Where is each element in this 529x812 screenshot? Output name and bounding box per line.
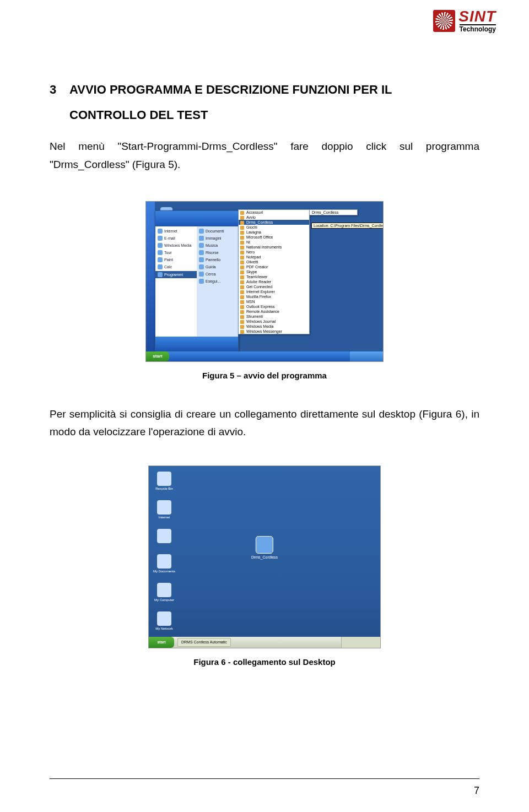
- submenu-item[interactable]: National Instruments: [239, 245, 309, 250]
- start-menu-item[interactable]: Pannello: [199, 256, 236, 263]
- drms-shortcut-icon: [256, 536, 273, 554]
- start-menu-item[interactable]: Calc: [158, 263, 195, 270]
- drms-desktop-shortcut[interactable]: Drms_Cordless: [251, 536, 278, 559]
- system-tray[interactable]: [341, 637, 380, 648]
- footer-rule: [50, 778, 479, 779]
- folder-icon: [199, 250, 204, 255]
- app-icon: [158, 229, 163, 234]
- gear-icon: [199, 257, 204, 262]
- submenu-item[interactable]: Microsoft Office: [239, 235, 309, 240]
- submenu-item[interactable]: NI: [239, 240, 309, 245]
- help-icon: [199, 264, 204, 269]
- figure-6-caption: Figura 6 - collegamento sul Desktop: [193, 657, 336, 667]
- app-icon: [158, 243, 163, 248]
- start-menu-item[interactable]: Paint: [158, 256, 195, 263]
- logo-mark-icon: [433, 10, 455, 32]
- submenu-item[interactable]: Nero: [239, 250, 309, 255]
- start-menu-footer: [155, 337, 238, 351]
- brand-logo: SINT Technology: [433, 9, 496, 33]
- desktop-icons-column: Recycle Bin Internet My Documents My Com…: [153, 472, 175, 648]
- start-menu-item-programmi[interactable]: Programmi: [155, 271, 197, 278]
- logo-sub-text: Technology: [460, 24, 496, 33]
- submenu-item[interactable]: PDF Creator: [239, 264, 309, 269]
- start-menu-item[interactable]: Documenti: [199, 228, 236, 235]
- recycle-bin-icon: [157, 472, 171, 486]
- paragraph-1: Nel menù "Start-Programmi-Drms_Cordless"…: [50, 138, 479, 174]
- app-icon: [158, 250, 163, 255]
- tooltip: Location: C:\Program Files\Drms_Cordless: [311, 223, 384, 229]
- section-heading: 3AVVIO PROGRAMMA E DESCRIZIONE FUNZIONI …: [50, 77, 479, 128]
- programs-submenu: Accessori Avvio Drms_Cordless Giochi Lav…: [238, 209, 310, 334]
- submenu-item[interactable]: TeamViewer: [239, 274, 309, 279]
- taskbar-app-button[interactable]: DRMS Cordless Automatic: [177, 638, 231, 647]
- start-menu-item[interactable]: Risorse: [199, 249, 236, 256]
- submenu-item[interactable]: Remote Assistance: [239, 309, 309, 314]
- submenu-item[interactable]: Notepad: [239, 255, 309, 259]
- figure-5-caption: Figura 5 – avvio del programma: [202, 371, 327, 380]
- desktop-icon[interactable]: My Network: [153, 611, 175, 630]
- submenu-item[interactable]: Mozilla Firefox: [239, 294, 309, 299]
- logo-brand-text: SINT: [458, 9, 496, 24]
- folder-icon: [199, 229, 204, 234]
- heading-line1: AVVIO PROGRAMMA E DESCRIZIONE FUNZIONI P…: [69, 83, 392, 96]
- drms-submenu[interactable]: Drms_Cordless: [309, 209, 358, 215]
- start-button[interactable]: start: [149, 637, 174, 648]
- start-menu-item[interactable]: Tour: [158, 249, 195, 256]
- start-menu-item[interactable]: Immagini: [199, 235, 236, 242]
- paragraph-2: Per semplicità si consiglia di creare un…: [50, 405, 479, 441]
- start-menu-header: [155, 211, 238, 226]
- app-icon: [157, 529, 171, 543]
- folder-icon: [199, 236, 204, 241]
- start-menu-left-col: Internet E-mail Windows Media Tour Paint…: [155, 226, 197, 337]
- submenu-item[interactable]: Strumenti: [239, 314, 309, 319]
- documents-icon: [157, 554, 171, 569]
- desktop-icon[interactable]: My Computer: [153, 583, 175, 602]
- app-icon: [158, 257, 163, 262]
- heading-line2: CONTROLLO DEL TEST: [50, 102, 479, 128]
- desktop-icon[interactable]: My Documents: [153, 554, 175, 573]
- desktop-icon[interactable]: Internet: [153, 500, 175, 519]
- desktop-icon[interactable]: [153, 529, 175, 544]
- start-menu-panel: Internet E-mail Windows Media Tour Paint…: [155, 210, 239, 351]
- start-menu-item[interactable]: Guida: [199, 263, 236, 270]
- system-tray[interactable]: [350, 351, 383, 361]
- submenu-item-drms[interactable]: Drms_Cordless: [239, 220, 309, 225]
- start-button[interactable]: start: [146, 351, 169, 361]
- submenu-item[interactable]: Get Connected: [239, 284, 309, 289]
- app-icon: [158, 264, 163, 269]
- network-icon: [157, 611, 171, 626]
- start-menu-item[interactable]: Musica: [199, 242, 236, 249]
- submenu-item[interactable]: Windows Journal: [239, 319, 309, 324]
- app-icon: [158, 236, 163, 241]
- desktop-icon[interactable]: Recycle Bin: [153, 472, 175, 490]
- drms-shortcut-label: Drms_Cordless: [251, 555, 278, 559]
- drms-submenu-item[interactable]: Drms_Cordless: [312, 210, 338, 214]
- xp-sidebar: [146, 202, 155, 351]
- computer-icon: [157, 583, 171, 597]
- submenu-item[interactable]: Avvio: [239, 215, 309, 220]
- run-icon: [199, 279, 204, 284]
- submenu-item[interactable]: Skype: [239, 269, 309, 274]
- start-menu-item[interactable]: Cerca: [199, 270, 236, 278]
- search-icon: [199, 272, 204, 277]
- submenu-item[interactable]: Accessori: [239, 210, 309, 215]
- heading-number: 3: [50, 77, 69, 102]
- start-menu-right-col: Documenti Immagini Musica Risorse Pannel…: [197, 226, 238, 337]
- figure-6-screenshot: Recycle Bin Internet My Documents My Com…: [148, 465, 381, 648]
- submenu-item[interactable]: MSN: [239, 299, 309, 304]
- taskbar: start DRMS Cordless Automatic: [149, 637, 380, 648]
- submenu-item[interactable]: Internet Explorer: [239, 289, 309, 294]
- start-menu-item[interactable]: Windows Media: [158, 242, 195, 249]
- folder-icon: [158, 272, 163, 277]
- submenu-item[interactable]: Olivetti: [239, 259, 309, 264]
- submenu-item[interactable]: Adobe Reader: [239, 279, 309, 284]
- submenu-item[interactable]: Outlook Express: [239, 304, 309, 309]
- start-menu-item[interactable]: Esegui...: [199, 278, 236, 285]
- submenu-item[interactable]: Windows Messenger: [239, 329, 309, 334]
- start-menu-item[interactable]: Internet: [158, 228, 195, 235]
- start-menu-item[interactable]: E-mail: [158, 235, 195, 242]
- submenu-item[interactable]: Lavagna: [239, 230, 309, 235]
- submenu-item[interactable]: Giochi: [239, 225, 309, 230]
- submenu-item[interactable]: Windows Media: [239, 324, 309, 329]
- internet-icon: [157, 500, 171, 515]
